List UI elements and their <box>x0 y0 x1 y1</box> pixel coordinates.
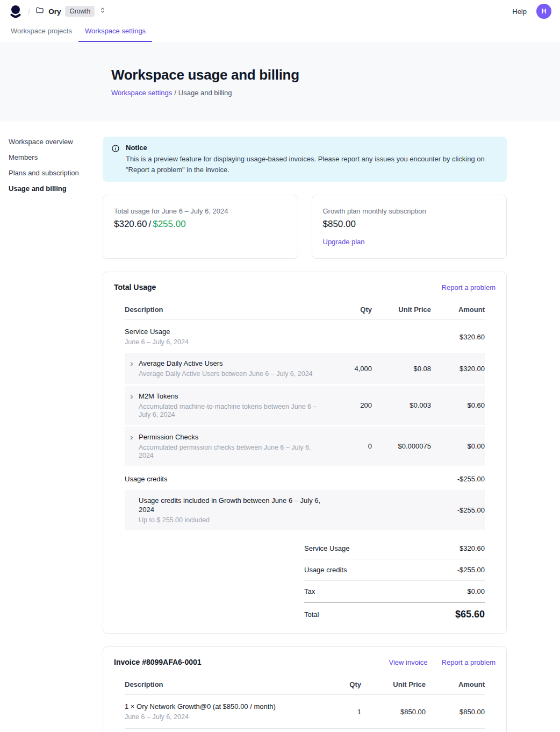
info-icon <box>111 144 120 175</box>
usage-summary: Service Usage $320.60 Usage credits -$25… <box>304 538 485 622</box>
row-subtitle: June 6 – July 6, 2024 <box>125 713 318 721</box>
plan-label: Growth plan monthly subscription <box>323 207 496 215</box>
row-title: Average Daily Active Users <box>139 359 313 368</box>
row-qty: 0 <box>324 442 372 450</box>
tab-workspace-projects[interactable]: Workspace projects <box>4 23 78 42</box>
summary-value: $320.60 <box>460 544 485 552</box>
page-header: Workspace usage and billing Workspace se… <box>0 42 560 122</box>
expand-chevron-icon[interactable] <box>128 360 135 369</box>
top-bar-left: / Ory Growth <box>9 4 106 18</box>
usage-table: Description Qty Unit Price Amount Servic… <box>125 300 485 530</box>
workspace-switcher[interactable]: Ory Growth <box>35 6 106 17</box>
summary-row-usage-credits: Usage credits -$255.00 <box>304 559 485 581</box>
row-amount: -$255.00 <box>431 475 485 483</box>
row-amount: -$255.00 <box>431 506 485 514</box>
table-row-usage-credits-detail: Usage credits included in Growth between… <box>125 490 485 530</box>
plan-subscription-card: Growth plan monthly subscription $850.00… <box>312 195 507 259</box>
notice-title: Notice <box>126 144 497 152</box>
row-unit-price: $850.00 <box>361 708 426 716</box>
row-title: 1 × Ory Network Growth@0 (at $850.00 / m… <box>125 702 318 711</box>
top-bar: / Ory Growth Help H <box>0 0 560 23</box>
invoice-line-item-row: 1 × Ory Network Growth@0 (at $850.00 / m… <box>125 695 485 729</box>
invoice-panel-links: View invoice Report a problem <box>389 658 496 666</box>
breadcrumb-separator: / <box>174 89 176 97</box>
summary-label: Tax <box>304 587 315 596</box>
row-qty: 200 <box>324 401 372 409</box>
notice-text: Notice This is a preview feature for dis… <box>126 144 497 175</box>
total-value: $65.60 <box>455 609 485 620</box>
row-amount: $320.60 <box>431 333 485 341</box>
row-subtitle: June 6 – July 6, 2024 <box>125 338 324 346</box>
workspace-tabs: Workspace projects Workspace settings <box>0 23 560 42</box>
sidebar-item-usage-billing[interactable]: Usage and billing <box>9 184 103 193</box>
notice-banner: Notice This is a preview feature for dis… <box>103 137 507 182</box>
body-layout: Workspace overview Members Plans and sub… <box>0 122 560 732</box>
row-subtitle: Accumulated permission checks between Ju… <box>139 444 324 460</box>
plan-amount: $850.00 <box>323 219 496 230</box>
invoice-table: Description Qty Unit Price Amount 1 × Or… <box>125 675 485 729</box>
breadcrumb-current: Usage and billing <box>178 89 232 97</box>
total-usage-label: Total usage for June 6 – July 6, 2024 <box>114 207 287 215</box>
total-usage-amount: $320.60/$255.00 <box>114 219 287 230</box>
summary-row-service-usage: Service Usage $320.60 <box>304 538 485 559</box>
summary-total-row: Total $65.60 <box>304 602 485 622</box>
col-amount: Amount <box>431 305 485 314</box>
summary-row-tax: Tax $0.00 <box>304 581 485 602</box>
col-description: Description <box>125 680 318 688</box>
row-amount: $0.60 <box>431 401 485 409</box>
expand-chevron-icon[interactable] <box>128 393 135 402</box>
usage-credit-limit: $255.00 <box>153 219 185 229</box>
report-problem-link[interactable]: Report a problem <box>442 283 496 292</box>
top-bar-right: Help H <box>512 4 551 19</box>
row-subtitle: Accumulated machine-to-machine tokens be… <box>139 403 324 419</box>
table-row-daily-active-users[interactable]: Average Daily Active Users Average Daily… <box>125 353 485 384</box>
row-unit-price: $0.000075 <box>372 442 431 450</box>
sidebar-item-plans-subscription[interactable]: Plans and subscription <box>9 169 103 177</box>
view-invoice-link[interactable]: View invoice <box>389 658 428 666</box>
main-content: Notice This is a preview feature for dis… <box>103 122 507 732</box>
row-description: Average Daily Active Users Average Daily… <box>125 359 324 378</box>
report-problem-link[interactable]: Report a problem <box>442 658 496 666</box>
row-title: Permission Checks <box>139 432 324 442</box>
row-qty: 4,000 <box>324 365 372 373</box>
table-row-m2m-tokens[interactable]: M2M Tokens Accumulated machine-to-machin… <box>125 386 485 425</box>
row-subtitle: Up to $ 255.00 included <box>139 516 324 524</box>
col-amount: Amount <box>426 680 485 688</box>
summary-value: -$255.00 <box>457 566 485 574</box>
invoice-panel-header: Invoice #8099AFA6-0001 View invoice Repo… <box>114 658 496 675</box>
breadcrumb: Workspace settings/Usage and billing <box>111 89 551 97</box>
workspace-plan-badge: Growth <box>65 6 95 17</box>
table-row-permission-checks[interactable]: Permission Checks Accumulated permission… <box>125 427 485 466</box>
notice-body: This is a preview feature for displaying… <box>126 154 497 175</box>
total-label: Total <box>304 610 319 619</box>
summary-label: Service Usage <box>304 544 350 553</box>
sidebar-item-workspace-overview[interactable]: Workspace overview <box>9 138 103 146</box>
breadcrumb-slash: / <box>28 7 30 16</box>
summary-cards: Total usage for June 6 – July 6, 2024 $3… <box>103 195 507 259</box>
folder-icon <box>35 6 44 17</box>
help-link[interactable]: Help <box>512 8 527 16</box>
breadcrumb-link-settings[interactable]: Workspace settings <box>111 89 172 97</box>
row-amount: $0.00 <box>431 442 485 450</box>
row-unit-price: $0.003 <box>372 401 431 409</box>
row-amount: $850.00 <box>426 708 485 716</box>
usage-panel-header: Total Usage Report a problem <box>114 283 496 300</box>
tab-workspace-settings[interactable]: Workspace settings <box>78 23 152 42</box>
row-description: M2M Tokens Accumulated machine-to-machin… <box>125 392 324 419</box>
row-amount: $320.00 <box>431 365 485 373</box>
page-title: Workspace usage and billing <box>111 67 551 83</box>
sidebar-item-members[interactable]: Members <box>9 153 103 162</box>
summary-value: $0.00 <box>467 587 485 595</box>
settings-sidebar: Workspace overview Members Plans and sub… <box>0 122 103 200</box>
col-unit-price: Unit Price <box>361 680 426 688</box>
row-description: Usage credits <box>125 474 324 484</box>
usage-table-header: Description Qty Unit Price Amount <box>125 300 485 320</box>
user-avatar[interactable]: H <box>536 4 551 19</box>
upgrade-plan-link[interactable]: Upgrade plan <box>323 238 365 246</box>
usage-panel-title: Total Usage <box>114 283 156 292</box>
expand-chevron-icon[interactable] <box>128 433 135 443</box>
chevron-updown-icon[interactable] <box>99 6 106 16</box>
row-description: Permission Checks Accumulated permission… <box>125 432 324 460</box>
ory-logo-icon[interactable] <box>9 4 23 18</box>
row-qty: 1 <box>318 708 361 716</box>
